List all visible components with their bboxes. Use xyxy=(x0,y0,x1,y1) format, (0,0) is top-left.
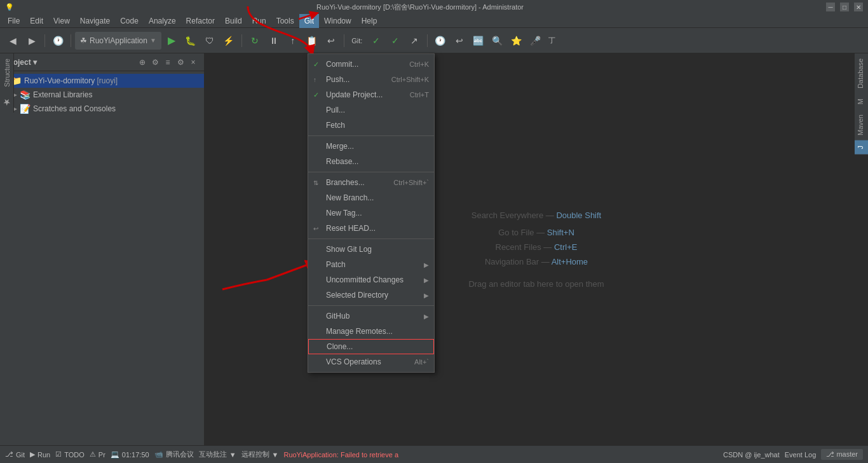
status-remote[interactable]: 远程控制 ▼ xyxy=(241,450,279,459)
bookmark-button[interactable]: ⭐ xyxy=(508,32,526,50)
status-problems[interactable]: ⚠ Pr xyxy=(90,450,105,459)
project-root-item[interactable]: ▾ 📁 RuoYi-Vue-dormitory [ruoyi] xyxy=(0,74,204,88)
menu-analyze[interactable]: Analyze xyxy=(144,14,181,28)
menu-vcs-operations[interactable]: VCS Operations Alt+` xyxy=(308,354,434,370)
minimize-button[interactable]: ─ xyxy=(826,3,835,11)
rollback-button[interactable]: ↩ xyxy=(322,32,340,50)
recent-files-hint: Recent Files — Ctrl+E xyxy=(468,242,604,252)
push-button[interactable]: ↑ xyxy=(284,32,302,50)
menu-merge[interactable]: Merge... xyxy=(308,139,434,154)
menu-github[interactable]: GitHub ▶ xyxy=(308,308,434,324)
menu-tools[interactable]: Tools xyxy=(271,14,299,28)
menu-show-git-log[interactable]: Show Git Log xyxy=(308,242,434,257)
event-log[interactable]: Event Log xyxy=(785,451,817,459)
title-bar-controls[interactable]: ─ □ ✕ xyxy=(826,3,863,11)
project-add-btn[interactable]: ⊕ xyxy=(137,57,148,68)
status-meeting[interactable]: 📹 腾讯会议 xyxy=(154,450,194,459)
menu-edit[interactable]: Edit xyxy=(25,14,48,28)
sidebar-database[interactable]: Database xyxy=(855,53,868,93)
sidebar-m[interactable]: M xyxy=(855,93,868,109)
sidebar-favorites[interactable]: ★ xyxy=(0,92,13,113)
manage-remotes-label: Manage Remotes... xyxy=(326,327,393,336)
menu-git[interactable]: Git xyxy=(299,14,319,28)
git-push-arrow[interactable]: ↗ xyxy=(405,32,423,50)
external-libraries-item[interactable]: ▶ 📚 External Libraries xyxy=(0,88,204,102)
menu-patch[interactable]: Patch ▶ xyxy=(308,257,434,272)
forward-button[interactable]: ▶ xyxy=(23,32,41,50)
back-button[interactable]: ◀ xyxy=(4,32,22,50)
git-check1[interactable]: ✓ xyxy=(367,32,385,50)
git-check2[interactable]: ✓ xyxy=(386,32,404,50)
run-with-coverage-button[interactable]: 🛡 xyxy=(201,32,219,50)
menu-run[interactable]: Run xyxy=(247,14,271,28)
menu-bar: File Edit View Navigate Code Analyze Ref… xyxy=(0,14,868,28)
update-project-button[interactable]: ↻ xyxy=(246,32,264,50)
menu-push[interactable]: ↑ Push... Ctrl+Shift+K xyxy=(308,72,434,87)
status-todo[interactable]: ☑ TODO xyxy=(55,450,85,459)
menu-uncommitted-changes[interactable]: Uncommitted Changes ▶ xyxy=(308,272,434,287)
run-config-selector[interactable]: ☘ RuoYiApplication ▼ xyxy=(75,32,161,50)
menu-new-tag[interactable]: New Tag... xyxy=(308,205,434,221)
csdn-label[interactable]: CSDN @ ije_what xyxy=(723,451,780,459)
status-git[interactable]: ⎇ Git xyxy=(5,450,25,459)
status-time[interactable]: 💻 01:17:50 xyxy=(111,450,149,459)
recent-files-button[interactable]: 🕐 xyxy=(49,32,67,50)
sidebar-structure[interactable]: Structure xyxy=(0,53,13,92)
project-tree: ▾ 📁 RuoYi-Vue-dormitory [ruoyi] ▶ 📚 Exte… xyxy=(0,71,204,445)
menu-code[interactable]: Code xyxy=(115,14,144,28)
menu-manage-remotes[interactable]: Manage Remotes... xyxy=(308,324,434,339)
menu-help[interactable]: Help xyxy=(356,14,383,28)
toolbar-sep-2 xyxy=(71,34,71,47)
vcs-operations-label: VCS Operations xyxy=(326,357,381,366)
new-branch-label: New Branch... xyxy=(326,193,374,202)
menu-update-project[interactable]: ✓ Update Project... Ctrl+T xyxy=(308,87,434,102)
menu-window[interactable]: Window xyxy=(319,14,356,28)
menu-refactor[interactable]: Refactor xyxy=(181,14,220,28)
menu-reset-head[interactable]: ↩ Reset HEAD... xyxy=(308,221,434,236)
toolbar-j-label: 丁 xyxy=(546,36,558,45)
scratches-consoles-item[interactable]: ▶ 📝 Scratches and Consoles xyxy=(0,102,204,116)
maximize-button[interactable]: □ xyxy=(840,3,849,11)
status-batch[interactable]: 互动批注 ▼ xyxy=(199,450,236,459)
search-button[interactable]: 🔍 xyxy=(489,32,506,50)
menu-selected-directory[interactable]: Selected Directory ▶ xyxy=(308,287,434,303)
history-button[interactable]: 📋 xyxy=(303,32,321,50)
git-status-icon: ⎇ xyxy=(5,450,13,459)
branch-button[interactable]: ⎇ master xyxy=(821,449,863,460)
status-run[interactable]: ▶ Run xyxy=(30,450,50,459)
menu-new-branch[interactable]: New Branch... xyxy=(308,190,434,205)
github-submenu-arrow: ▶ xyxy=(424,313,429,320)
translate-button[interactable]: 🔤 xyxy=(470,32,487,50)
sidebar-maven[interactable]: Maven xyxy=(855,109,868,141)
menu-pull[interactable]: Pull... xyxy=(308,102,434,118)
commit-button[interactable]: ⏸ xyxy=(265,32,283,50)
git-label-btn[interactable]: Git: xyxy=(348,32,366,50)
commit-check-icon: ✓ xyxy=(313,60,319,69)
profile-button[interactable]: ⚡ xyxy=(220,32,238,50)
sidebar-j-special[interactable]: J xyxy=(855,141,868,155)
undo-button[interactable]: ↩ xyxy=(451,32,468,50)
project-layout-btn[interactable]: ≡ xyxy=(162,57,173,68)
menu-commit[interactable]: ✓ Commit... Ctrl+K xyxy=(308,57,434,72)
menu-fetch[interactable]: Fetch xyxy=(308,118,434,133)
project-settings-btn[interactable]: ⚙ xyxy=(149,57,161,68)
project-gear-btn[interactable]: ⚙ xyxy=(175,57,186,68)
menu-clone[interactable]: Clone... xyxy=(308,339,434,354)
git-dropdown-menu: ✓ Commit... Ctrl+K ↑ Push... Ctrl+Shift+… xyxy=(308,53,435,373)
sep-4 xyxy=(308,305,434,306)
run-status-label: Run xyxy=(37,451,50,459)
fetch-label: Fetch xyxy=(326,121,345,130)
close-button[interactable]: ✕ xyxy=(854,3,863,11)
menu-branches[interactable]: ⇅ Branches... Ctrl+Shift+` xyxy=(308,175,434,190)
menu-navigate[interactable]: Navigate xyxy=(75,14,115,28)
debug-button[interactable]: 🐛 xyxy=(182,32,200,50)
clock-button[interactable]: 🕐 xyxy=(431,32,449,50)
remote-arrow: ▼ xyxy=(272,451,279,459)
menu-rebase[interactable]: Rebase... xyxy=(308,154,434,169)
menu-view[interactable]: View xyxy=(48,14,75,28)
menu-build[interactable]: Build xyxy=(220,14,247,28)
run-button[interactable]: ▶ xyxy=(163,32,180,50)
project-close-btn[interactable]: × xyxy=(187,57,199,68)
mic-button[interactable]: 🎤 xyxy=(527,32,545,50)
menu-file[interactable]: File xyxy=(3,14,25,28)
